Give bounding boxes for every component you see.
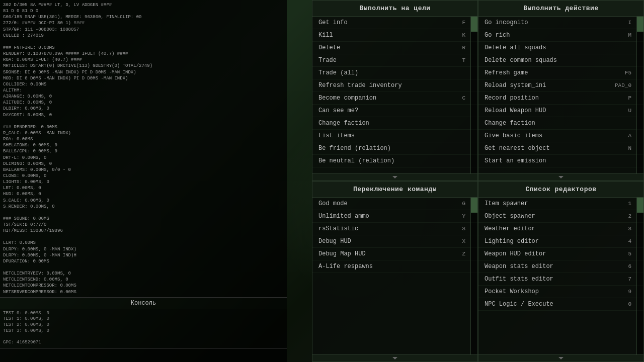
stat-line: DLBIRY: 0.00MS, 0 [3,106,284,112]
menu-item[interactable]: Reload Weapon HUDU [478,105,643,117]
menu-item[interactable]: A-Life respawns [312,260,477,273]
menu-item[interactable]: rsStatisticS [312,223,477,235]
menu-editors-list: Item spawner1Object spawner2Weather edit… [478,198,643,311]
menu-item-label: Debug HUD [318,238,445,245]
menu-execute-on-target-list: Get infoFKillKDeleteRTradeTTrade (all)Re… [312,17,477,167]
menu-item[interactable]: Can see me? [312,105,477,117]
panel-footer-arrow-2 [478,173,643,180]
menu-item-key: K [445,32,465,38]
menu-item[interactable]: Weather editor3 [478,223,643,235]
menu-item-label: Record position [485,95,611,102]
stat-line: G60/185 SNAP USE(301), MERGE: 963800, FI… [3,14,284,20]
menu-item[interactable]: Get nearest objectN [478,142,643,155]
scrollbar-thumb-3 [471,198,477,213]
menu-execute-action-list: Go incognitoIGo richMDelete all squadsDe… [478,17,643,167]
menu-item[interactable]: Refresh trade inventory [312,79,477,92]
menu-item[interactable]: Object spawner2 [478,210,643,223]
console-input[interactable] [3,352,284,358]
menu-item[interactable]: Weapon stats editor6 [478,260,643,273]
stat-line: DPURATION: 0.00MS [3,258,284,264]
menu-item[interactable]: Outfit stats editor7 [478,273,643,286]
menu-item[interactable]: Refresh gameF5 [478,67,643,79]
menu-item[interactable]: Change faction [478,117,643,130]
menu-item[interactable]: TradeT [312,54,477,67]
stat-line: DAYCOST: 0.00MS, 0 [3,112,284,118]
menu-item[interactable]: Lighting editor4 [478,235,643,248]
menu-item[interactable]: Delete all squads [478,42,643,54]
menu-item-label: Pocket Workshop [485,288,611,295]
menu-item-label: Go rich [485,32,611,39]
menu-item-label: Delete all squads [485,44,611,51]
stat-line [3,264,284,270]
stat-line: MRTICLES: DSTART(0) DRCTIVE(113) GDESTRY… [3,63,284,69]
scrollbar-execute-target[interactable] [470,17,477,173]
stat-line: LRT: 0.00MS, 0 [3,185,284,191]
menu-item-label: Weapon stats editor [485,263,611,270]
menu-item[interactable]: Be friend (relation) [312,142,477,155]
menu-item-key: 4 [611,238,631,244]
menu-item[interactable]: Reload system_iniPAD_0 [478,79,643,92]
menu-item[interactable]: Give basic itemsA [478,130,643,142]
panel-footer-arrow-4 [478,354,643,361]
menu-item-label: NPC Logic / Execute [485,301,611,308]
console-input-bar[interactable] [0,348,287,362]
stat-line: DLRPY: 0.00MS, 0 -MAN IND)H [3,252,284,258]
menu-item[interactable]: Start an emission [478,155,643,167]
menu-item[interactable]: Get infoF [312,17,477,29]
output-line [3,334,284,340]
right-panels: Выполнить на цели Get infoFKillKDeleteRT… [312,0,644,362]
scrollbar-thumb-4 [637,198,643,213]
console-output: TEST 0: 0.00MS, 0TEST 1: 0.00MS, 0TEST 2… [0,309,287,348]
menu-item-key: N [611,145,631,151]
scrollbar-toggle-commands[interactable] [470,198,477,354]
menu-item[interactable]: Go richM [478,29,643,42]
menu-item-label: Trade (all) [318,69,445,76]
menu-item[interactable]: Delete common squads [478,54,643,67]
menu-item[interactable]: Pocket Workshop9 [478,286,643,298]
menu-item-key: T [445,57,465,63]
menu-item[interactable]: Become companionC [312,92,477,105]
menu-item[interactable]: KillK [312,29,477,42]
stat-line: ROA: 0.00MS [3,136,284,142]
menu-item[interactable]: Trade (all) [312,67,477,79]
menu-item-key: X [445,238,465,244]
menu-item[interactable]: List items [312,130,477,142]
menu-item-label: List items [318,132,445,139]
menu-item[interactable]: Go incognitoI [478,17,643,29]
scrollbar-execute-action[interactable] [636,17,643,173]
stat-line [3,39,284,45]
panel-execute-action: Выполнить действие Go incognitoIGo richM… [478,0,644,181]
menu-item[interactable]: God modeG [312,198,477,210]
menu-toggle-commands-list: God modeGUnlimited ammoYrsStatisticSDebu… [312,198,477,273]
menu-item[interactable]: Item spawner1 [478,198,643,210]
menu-item-label: Object spawner [485,213,611,220]
stat-line [3,118,284,124]
menu-item[interactable]: Record positionP [478,92,643,105]
menu-item[interactable]: Debug HUDX [312,235,477,248]
stat-line: LLRT: 0.00MS [3,240,284,246]
stat-line: 81 D 0 81 D 0 [3,8,284,14]
menu-item-label: Weapon HUD editor [485,250,611,257]
stat-line [3,234,284,240]
stat-line: ROA: 0.00MS IFUL! (40.7) #### [3,57,284,63]
stat-line: SRONSE: DI 0 D0MS -MAN INDX) PI D D0MS -… [3,69,284,75]
menu-item[interactable]: Change faction [312,117,477,130]
stat-line: SHELATONS: 0.00MS, 0 [3,142,284,148]
arrow-down-icon-3 [392,357,397,359]
menu-item-key: 1 [611,201,631,207]
menu-item[interactable]: Weapon HUD editor5 [478,248,643,260]
menu-item[interactable]: DeleteR [312,42,477,54]
menu-item[interactable]: Unlimited ammoY [312,210,477,223]
stat-line: ALITHM: [3,87,284,94]
scrollbar-editors-list[interactable] [636,198,643,354]
console-panel: 302 D/305 8A ##### LT, D, LV ADDGEN ####… [0,0,287,362]
menu-item[interactable]: Debug Map HUDZ [312,248,477,260]
menu-item[interactable]: NPC Logic / Execute0 [478,298,643,311]
stat-line: ### SOUND: 0.00MS [3,216,284,222]
stat-line: NETCLIENTSEND: 0.00MS, 0 [3,277,284,283]
stat-line: 272/0: ##### DCC-PI 80 1) #### [3,20,284,26]
stat-line: ### FNTFIRE: 0.00MS [3,45,284,51]
stat-line: R_CALC: 0.00MS -MAN INDX) [3,130,284,136]
panel-execute-action-header: Выполнить действие [478,1,643,17]
menu-item[interactable]: Be neutral (relation) [312,155,477,167]
